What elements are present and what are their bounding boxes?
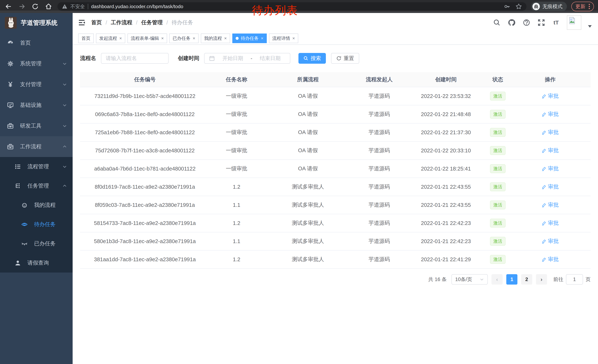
tag-tab-my-process[interactable]: 我的流程×: [201, 33, 230, 43]
cell-process: OA 请假: [263, 141, 352, 160]
tab-label: 首页: [82, 35, 91, 41]
approve-button[interactable]: 审批: [542, 201, 559, 209]
cell-created: 2022-01-22 20:33:10: [406, 141, 486, 160]
pagination-total: 共 16 条: [428, 276, 447, 283]
page-size-select[interactable]: 10条/页: [451, 274, 488, 284]
help-button[interactable]: [523, 18, 531, 27]
status-badge: 激活: [490, 255, 506, 264]
close-icon[interactable]: ×: [292, 36, 295, 40]
tag-tab-todo-tasks[interactable]: 待办任务×: [232, 33, 267, 43]
cell-actions: 审批: [510, 196, 590, 214]
page-button-2[interactable]: 2: [521, 274, 532, 284]
approve-button[interactable]: 审批: [542, 238, 559, 245]
breadcrumb-item-home[interactable]: 首页: [91, 19, 102, 26]
sidebar-item-system[interactable]: 系统管理: [0, 53, 73, 74]
close-icon[interactable]: ×: [193, 36, 195, 40]
eye-closed-icon: [21, 240, 28, 247]
cell-status: 激活: [486, 250, 510, 268]
cell-created: 2022-01-21 22:43:55: [406, 196, 486, 214]
breadcrumb-item-workflow[interactable]: 工作流程: [111, 19, 132, 26]
tasks-table: 任务编号 任务名称 所属流程 流程发起人 创建时间 状态 操作 73211d9d…: [80, 72, 590, 269]
breadcrumb-item-task-mgmt[interactable]: 任务管理: [141, 19, 163, 26]
tab-label: 待办任务: [241, 35, 259, 41]
cell-task-id: 8f0d1619-7ac8-11ec-a9e2-a2380e71991a: [80, 178, 210, 196]
goto-page-input[interactable]: [566, 274, 583, 284]
col-created: 创建时间: [406, 72, 486, 87]
sidebar-collapse-button[interactable]: [77, 18, 86, 27]
sidebar-item-my-process[interactable]: 我的流程: [0, 195, 73, 215]
approve-button[interactable]: 审批: [542, 147, 559, 154]
approve-label: 审批: [548, 147, 559, 154]
avatar-dropdown-caret[interactable]: [588, 25, 592, 28]
approve-button[interactable]: 审批: [542, 165, 559, 172]
browser-reload-button[interactable]: [31, 2, 40, 11]
sidebar-item-workflow[interactable]: 工作流程: [0, 136, 73, 157]
tag-tabs-bar: 首页 发起流程× 流程表单-编辑× 已办任务× 我的流程× 待办任务× 流程详情…: [73, 32, 598, 45]
tag-tab-done-tasks[interactable]: 已办任务×: [169, 33, 199, 43]
font-size-button[interactable]: tT: [552, 18, 560, 27]
sidebar-item-home[interactable]: 首页: [0, 32, 73, 53]
browser-chrome: 不安全 dashboard.yudao.iocoder.cn/bpm/task/…: [0, 0, 598, 13]
search-icon: [493, 19, 501, 26]
sidebar-item-process-mgmt[interactable]: 流程管理: [0, 157, 73, 176]
close-icon[interactable]: ×: [224, 36, 227, 40]
search-button[interactable]: 搜索: [299, 53, 326, 64]
github-link[interactable]: [507, 18, 516, 27]
tab-label: 已办任务: [173, 35, 191, 41]
approve-button[interactable]: 审批: [542, 256, 559, 263]
sidebar-item-task-mgmt[interactable]: 任务管理: [0, 176, 73, 195]
browser-back-button[interactable]: [4, 2, 13, 11]
chevron-down-icon: [62, 123, 67, 128]
approve-button[interactable]: 审批: [542, 92, 559, 100]
chevron-down-icon: [480, 277, 484, 282]
fullscreen-button[interactable]: [537, 18, 545, 27]
reset-button[interactable]: 重置: [331, 53, 359, 64]
cell-starter: 芋道源码: [352, 87, 406, 105]
browser-update-button[interactable]: 更新: [571, 2, 594, 11]
process-name-input[interactable]: 请输入流程名: [101, 53, 169, 64]
breadcrumb-item-current: 待办任务: [172, 19, 193, 26]
close-icon[interactable]: ×: [261, 36, 263, 40]
sidebar-item-payment[interactable]: 支付管理: [0, 74, 73, 95]
header-search-button[interactable]: [493, 18, 501, 27]
avatar[interactable]: [567, 15, 581, 30]
sidebar-item-todo-tasks[interactable]: 待办任务: [0, 215, 73, 234]
page-button-1[interactable]: 1: [506, 274, 517, 284]
approve-button[interactable]: 审批: [542, 183, 559, 191]
password-key-icon[interactable]: [504, 3, 511, 10]
tag-tab-process-detail[interactable]: 流程详情×: [269, 33, 298, 43]
browser-home-button[interactable]: [44, 2, 53, 11]
cell-created: 2022-01-22 18:25:41: [406, 160, 486, 178]
close-icon[interactable]: ×: [119, 36, 122, 40]
col-process: 所属流程: [263, 72, 352, 87]
edit-icon: [542, 130, 547, 135]
filter-bar: 流程名 请输入流程名 创建时间 开始日期 - 结束日期 搜索: [80, 53, 590, 64]
tag-tab-start-process[interactable]: 发起流程×: [96, 33, 125, 43]
prev-page-button[interactable]: ‹: [491, 274, 503, 284]
approve-button[interactable]: 审批: [542, 111, 559, 118]
edit-icon: [542, 257, 547, 262]
cell-process: 测试多审批人: [263, 232, 352, 250]
col-starter: 流程发起人: [352, 72, 406, 87]
tag-tab-home[interactable]: 首页: [78, 33, 94, 43]
question-icon: [523, 19, 530, 26]
bookmark-star-icon[interactable]: [515, 3, 522, 10]
chevron-down-icon: [62, 164, 67, 169]
next-page-button[interactable]: ›: [536, 274, 547, 284]
approve-button[interactable]: 审批: [542, 129, 559, 136]
edit-icon: [542, 148, 547, 153]
date-range-input[interactable]: 开始日期 - 结束日期: [204, 53, 290, 64]
sidebar-item-infrastructure[interactable]: 基础设施: [0, 95, 73, 115]
sidebar-item-dev-tools[interactable]: 研发工具: [0, 115, 73, 136]
col-task-id: 任务编号: [80, 72, 210, 87]
breadcrumb-separator: /: [166, 20, 168, 26]
browser-menu-icon[interactable]: [589, 4, 590, 9]
tag-tab-form-edit[interactable]: 流程表单-编辑×: [127, 33, 167, 43]
sidebar-item-done-tasks[interactable]: 已办任务: [0, 234, 73, 253]
close-icon[interactable]: ×: [161, 36, 164, 40]
sidebar-item-leave-query[interactable]: 请假查询: [0, 253, 73, 273]
approve-button[interactable]: 审批: [542, 219, 559, 227]
browser-forward-button[interactable]: [17, 2, 26, 11]
cell-process: 测试多审批人: [263, 214, 352, 232]
cell-task-id: 725a1eb6-7b88-11ec-8ef0-acde48001122: [80, 123, 210, 141]
